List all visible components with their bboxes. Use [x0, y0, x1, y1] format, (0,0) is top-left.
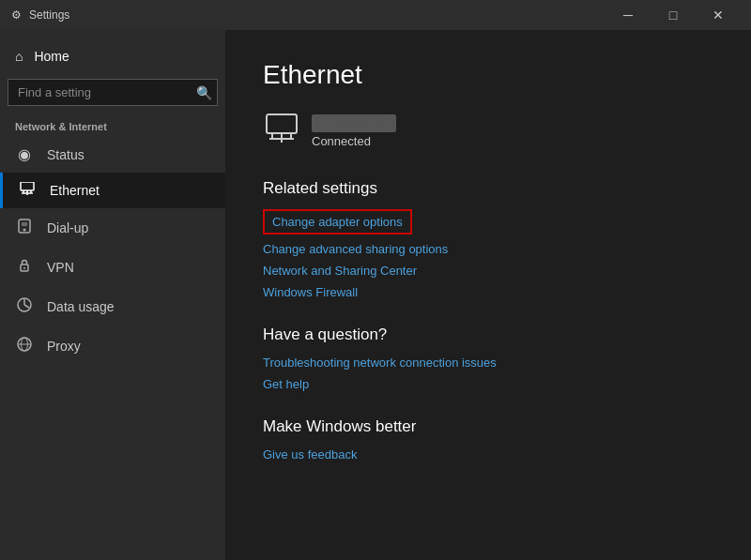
sidebar-item-vpn[interactable]: VPN: [0, 248, 225, 287]
home-icon: [15, 49, 23, 64]
make-better-section: Make Windows better Give us feedback: [263, 417, 713, 462]
status-label: Status: [47, 147, 84, 162]
title-bar: ⚙ Settings ─ □ ✕: [0, 0, 751, 30]
close-button[interactable]: ✕: [697, 0, 740, 30]
sidebar-item-status[interactable]: ◉ Status: [0, 136, 225, 173]
settings-icon: ⚙: [11, 8, 22, 22]
ethernet-connected-status: Connected: [312, 134, 396, 148]
vpn-label: VPN: [47, 260, 74, 275]
svg-point-7: [23, 229, 26, 232]
maximize-button[interactable]: □: [651, 0, 695, 30]
svg-point-10: [23, 267, 25, 269]
sidebar-item-data[interactable]: Data usage: [0, 287, 225, 326]
make-better-heading: Make Windows better: [263, 417, 713, 436]
feedback-link[interactable]: Give us feedback: [263, 447, 713, 462]
related-settings-section: Related settings Change adapter options …: [263, 179, 713, 299]
data-label: Data usage: [47, 299, 115, 314]
dialup-label: Dial-up: [47, 220, 88, 235]
network-center-link[interactable]: Network and Sharing Center: [263, 264, 713, 278]
home-label: Home: [34, 49, 69, 64]
change-sharing-link[interactable]: Change advanced sharing options: [263, 242, 713, 256]
related-settings-heading: Related settings: [263, 179, 713, 198]
ethernet-icon: [18, 182, 37, 199]
page-title: Ethernet: [263, 60, 713, 90]
ethernet-label: Ethernet: [50, 183, 100, 198]
svg-rect-0: [21, 182, 34, 190]
title-bar-controls: ─ □ ✕: [606, 0, 740, 30]
search-box: 🔍: [8, 79, 218, 106]
status-icon: ◉: [15, 145, 34, 163]
sidebar-item-dialup[interactable]: Dial-up: [0, 208, 225, 248]
dialup-icon: [15, 218, 34, 238]
main-panel: Ethernet ████████ Connected Related set: [225, 30, 751, 560]
minimize-button[interactable]: ─: [606, 0, 650, 30]
search-icon: 🔍: [196, 85, 212, 100]
app-body: Home 🔍 Network & Internet ◉ Status: [0, 30, 751, 560]
ethernet-status: ████████ Connected: [263, 113, 713, 149]
data-usage-icon: [15, 296, 34, 317]
proxy-label: Proxy: [47, 339, 81, 354]
sidebar-item-ethernet[interactable]: Ethernet: [0, 173, 225, 208]
proxy-icon: [15, 336, 34, 356]
sidebar: Home 🔍 Network & Internet ◉ Status: [0, 30, 225, 560]
change-adapter-link[interactable]: Change adapter options: [263, 209, 412, 235]
have-question-section: Have a question? Troubleshooting network…: [263, 325, 713, 391]
get-help-link[interactable]: Get help: [263, 377, 713, 391]
sidebar-item-home[interactable]: Home: [0, 38, 225, 75]
sidebar-section-label: Network & Internet: [0, 114, 225, 136]
ethernet-info: ████████ Connected: [312, 114, 396, 148]
svg-rect-8: [22, 222, 27, 226]
vpn-icon: [15, 257, 34, 278]
windows-firewall-link[interactable]: Windows Firewall: [263, 285, 713, 299]
troubleshoot-link[interactable]: Troubleshooting network connection issue…: [263, 356, 713, 370]
sidebar-item-proxy[interactable]: Proxy: [0, 326, 225, 366]
ethernet-name: ████████: [312, 114, 396, 132]
window-title: Settings: [29, 8, 69, 22]
search-input[interactable]: [8, 79, 218, 106]
ethernet-status-icon: [263, 113, 300, 149]
svg-rect-15: [267, 114, 297, 133]
have-question-heading: Have a question?: [263, 325, 713, 344]
title-bar-left: ⚙ Settings: [11, 8, 69, 22]
